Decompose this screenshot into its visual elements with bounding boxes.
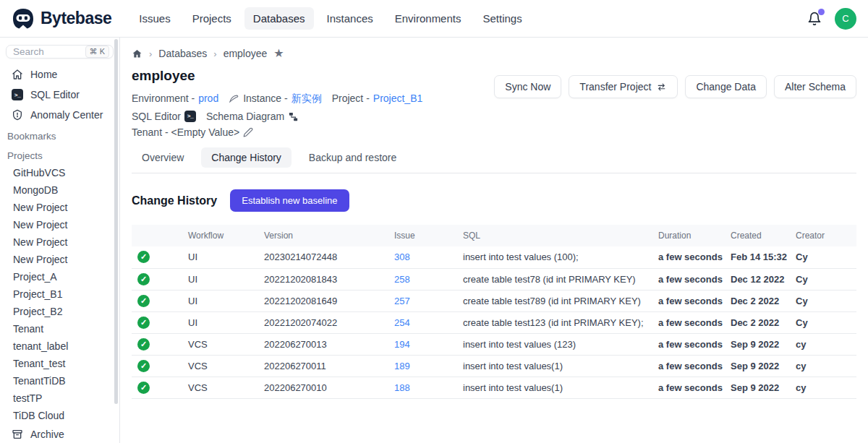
environment-link[interactable]: prod [198, 90, 218, 106]
sidebar-project-project-b2[interactable]: Project_B2 [0, 303, 119, 320]
project-link[interactable]: Project_B1 [373, 90, 422, 106]
meta-sql-editor[interactable]: SQL Editor >_ [132, 108, 196, 124]
issue-link[interactable]: 257 [394, 296, 410, 306]
issue-link[interactable]: 254 [394, 317, 410, 328]
success-check-icon: ✓ [137, 317, 150, 329]
table-row: ✓VCS202206270013194insert into test valu… [132, 333, 856, 355]
meta-project: Project - Project_B1 [332, 90, 423, 106]
cell-workflow: VCS [182, 355, 258, 377]
instance-link[interactable]: 新实例 [292, 90, 322, 106]
sidebar-project-tenant[interactable]: Tenant [0, 320, 119, 337]
sidebar-project-tenant-label[interactable]: tenant_label [0, 337, 119, 355]
sidebar-project-new-project[interactable]: New Project [0, 216, 119, 233]
sync-now-button[interactable]: Sync Now [494, 75, 561, 98]
issue-link[interactable]: 189 [394, 361, 410, 371]
edit-pencil-icon[interactable] [243, 127, 253, 137]
tab-overview[interactable]: Overview [132, 147, 194, 168]
alter-schema-button[interactable]: Alter Schema [774, 75, 856, 98]
cell-creator: Cy [790, 268, 856, 290]
cell-duration: a few seconds [652, 355, 725, 377]
page-title: employee [132, 68, 494, 84]
nav-item-instances[interactable]: Instances [318, 7, 382, 30]
sidebar-project-tidb-cloud[interactable]: TiDB Cloud [0, 407, 119, 424]
breadcrumb-employee[interactable]: employee [224, 48, 268, 59]
top-nav: IssuesProjectsDatabasesInstancesEnvironm… [130, 7, 530, 30]
cell-workflow: UI [182, 246, 258, 268]
cell-sql: create table test123 (id int PRIMARY KEY… [457, 311, 652, 333]
sidebar-project-new-project[interactable]: New Project [0, 233, 119, 251]
nav-item-settings[interactable]: Settings [474, 7, 530, 30]
success-check-icon: ✓ [137, 295, 150, 307]
database-tabs: OverviewChange HistoryBackup and restore [132, 147, 856, 173]
issue-link[interactable]: 258 [394, 274, 410, 285]
breadcrumb-separator: › [213, 48, 216, 59]
nav-item-projects[interactable]: Projects [184, 7, 240, 30]
tab-backup-and-restore[interactable]: Backup and restore [299, 147, 407, 168]
sidebar-project-new-project[interactable]: New Project [0, 251, 119, 268]
sidebar-project-project-b1[interactable]: Project_B1 [0, 285, 119, 303]
cell-creator: cy [790, 333, 856, 355]
change-data-button[interactable]: Change Data [685, 75, 767, 98]
sidebar-project-githubvcs[interactable]: GitHubVCS [0, 164, 119, 181]
sidebar-project-project-a[interactable]: Project_A [0, 268, 119, 285]
cell-created: Sep 9 2022 [725, 377, 790, 398]
cell-version: 202206270010 [258, 377, 388, 398]
cell-version: 20221202074022 [258, 311, 388, 333]
cell-created: Dec 12 2022 [725, 268, 790, 290]
cell-status: ✓ [132, 246, 182, 268]
bytebase-logo[interactable]: Bytebase [12, 7, 111, 30]
sidebar-item-home[interactable]: Home [0, 64, 119, 85]
cell-status: ✓ [132, 355, 182, 377]
notification-dot [818, 9, 825, 15]
bookmarks-section-label: Bookmarks [0, 125, 119, 145]
column-header-status [132, 225, 182, 246]
success-check-icon: ✓ [137, 251, 150, 263]
search-input[interactable]: Search ⌘ K [6, 45, 114, 59]
sql-editor-icon: >_ [12, 89, 23, 100]
sidebar-project-testtp[interactable]: testTP [0, 390, 119, 407]
sidebar-item-sql-editor[interactable]: >_ SQL Editor [0, 85, 119, 105]
transfer-project-button[interactable]: Transfer Project [569, 75, 678, 98]
sidebar-item-label: Anomaly Center [30, 109, 103, 121]
breadcrumb-home-icon[interactable] [132, 48, 142, 59]
sidebar-item-archive[interactable]: Archive [0, 424, 119, 443]
sidebar-item-label: Archive [30, 429, 64, 440]
button-label: Change Data [696, 81, 756, 93]
nav-item-environments[interactable]: Environments [386, 7, 470, 30]
sql-editor-icon: >_ [184, 111, 196, 122]
avatar[interactable]: C [835, 8, 856, 30]
sidebar-scrollbar[interactable] [114, 39, 118, 404]
notification-bell-icon[interactable] [807, 11, 822, 27]
establish-baseline-button[interactable]: Establish new baseline [230, 189, 349, 212]
sidebar-project-tenanttidb[interactable]: TenantTiDB [0, 372, 119, 390]
cell-status: ✓ [132, 290, 182, 311]
issue-link[interactable]: 308 [394, 251, 410, 262]
sidebar-project-tenant-test[interactable]: Tenant_test [0, 355, 119, 372]
nav-item-databases[interactable]: Databases [244, 7, 314, 30]
column-header-created: Created [725, 225, 790, 246]
favorite-star-icon[interactable]: ★ [273, 48, 284, 59]
cell-sql: insert into test values (123) [457, 333, 652, 355]
cell-duration: a few seconds [652, 268, 725, 290]
cell-workflow: UI [182, 290, 258, 311]
sidebar-bottom: Archive Enterprise Plan [0, 424, 119, 443]
nav-item-issues[interactable]: Issues [130, 7, 179, 30]
sidebar-item-anomaly-center[interactable]: Anomaly Center [0, 105, 119, 125]
cell-created: Sep 9 2022 [725, 333, 790, 355]
meta-schema-diagram[interactable]: Schema Diagram [206, 108, 299, 124]
cell-issue: 194 [388, 333, 457, 355]
page-head-left: employee Environment - prod [132, 65, 494, 140]
issue-link[interactable]: 194 [394, 339, 410, 350]
bytebase-logo-icon [12, 7, 35, 30]
search-shortcut-kbd: ⌘ K [85, 46, 109, 58]
cell-issue: 257 [388, 290, 457, 311]
issue-link[interactable]: 188 [394, 382, 410, 393]
breadcrumb-databases[interactable]: Databases [158, 48, 207, 59]
projects-list: GitHubVCSMongoDBNew ProjectNew ProjectNe… [0, 164, 119, 424]
sidebar-project-new-project[interactable]: New Project [0, 199, 119, 216]
sidebar-project-mongodb[interactable]: MongoDB [0, 181, 119, 199]
table-row: ✓UI20230214072448308insert into test val… [132, 246, 856, 268]
button-label: Sync Now [505, 81, 550, 93]
archive-icon [12, 429, 23, 440]
tab-change-history[interactable]: Change History [201, 147, 292, 168]
